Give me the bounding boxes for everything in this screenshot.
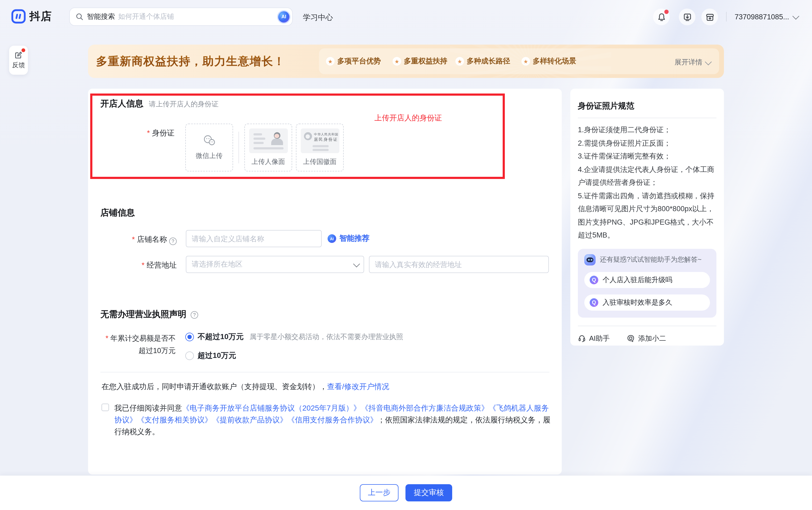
account-menu[interactable]: 737098871085... bbox=[735, 13, 798, 21]
edit-icon bbox=[14, 51, 23, 59]
ai-suggest-label: 智能推荐 bbox=[339, 234, 369, 244]
agreement-link[interactable]: 《电子商务开放平台店铺服务协议（2025年7月版）》 bbox=[182, 404, 361, 412]
upload-id-front-box[interactable]: 上传人像面 bbox=[244, 123, 292, 171]
star-icon: ★ bbox=[521, 57, 530, 65]
badge-label: 多项平台优势 bbox=[337, 56, 381, 66]
add-store-button[interactable] bbox=[701, 8, 718, 25]
guidelines-divider bbox=[578, 118, 716, 118]
shop-section-title: 店铺信息 bbox=[100, 207, 135, 219]
header-divider bbox=[726, 12, 727, 22]
address-input[interactable] bbox=[369, 256, 549, 273]
help-icon[interactable]: ? bbox=[191, 311, 198, 318]
banner-title: 多重新商权益扶持，助力生意增长！ bbox=[96, 54, 285, 69]
radio-option-over-100k[interactable]: 超过10万元 bbox=[185, 351, 236, 361]
guideline-rule: 4.企业请提供法定代表人身份证，个体工商户请提供经营者身份证； bbox=[578, 163, 716, 190]
brand-name: 抖店 bbox=[30, 9, 52, 24]
wechat-upload-box[interactable]: 微信上传 bbox=[185, 123, 233, 171]
notification-bell-button[interactable] bbox=[653, 8, 670, 25]
download-app-button[interactable] bbox=[679, 8, 695, 25]
guideline-rule: 2.需提供身份证照片正反面； bbox=[578, 137, 716, 150]
robot-icon bbox=[584, 254, 596, 265]
shop-name-label: 店铺名称? bbox=[88, 235, 177, 245]
brand-logo[interactable]: 抖店 bbox=[11, 9, 52, 24]
upload-divider bbox=[238, 132, 239, 163]
badge-label: 多样转化场景 bbox=[533, 56, 576, 66]
banner-badge-2: ★ 多重权益扶持 bbox=[393, 56, 447, 66]
learning-center-link[interactable]: 学习中心 bbox=[303, 13, 333, 23]
agreement-link[interactable]: 《支付服务相关协议》 bbox=[137, 416, 212, 424]
id-back-line1: 中华人民共和国 bbox=[314, 132, 338, 137]
question-icon: Q bbox=[590, 276, 598, 284]
top-header: 抖店 智能搜索 如何开通个体店铺 AI 学习中心 bbox=[0, 0, 812, 34]
headset-icon bbox=[578, 334, 586, 342]
ai-suggest-button[interactable]: AI 智能推荐 bbox=[328, 234, 369, 244]
view-account-link[interactable]: 查看/修改开户情况 bbox=[327, 382, 389, 391]
wechat-upload-label: 微信上传 bbox=[196, 151, 222, 161]
turnover-question-line2: 超过10万元 bbox=[88, 346, 176, 356]
smart-assistant-panel: 还有疑惑?试试智能助手为您解答~ Q 个人店入驻后能升级吗 Q 入驻审核时效率是… bbox=[578, 249, 716, 317]
chevron-down-icon bbox=[793, 12, 800, 19]
feedback-badge bbox=[22, 48, 25, 52]
bell-icon bbox=[657, 12, 666, 22]
feedback-label: 反馈 bbox=[12, 60, 25, 69]
agreement-link[interactable]: 《提前收款产品协议》 bbox=[212, 416, 287, 424]
agreement-link[interactable]: 《信用支付服务合作协议》 bbox=[287, 416, 378, 424]
user-id: 737098871085... bbox=[735, 13, 789, 21]
assistant-prompt: 还有疑惑?试试智能助手为您解答~ bbox=[600, 255, 702, 264]
option1-note: 属于零星小额交易活动，依法不需要办理营业执照 bbox=[249, 332, 403, 342]
agreement-link[interactable]: 《抖音电商外部合作方廉洁合规政策》 bbox=[361, 404, 489, 412]
add-agent-button[interactable]: 添加小二 bbox=[627, 334, 666, 343]
assistant-question-2[interactable]: Q 入驻审核时效率是多久 bbox=[584, 294, 710, 310]
banner-badge-4: ★ 多样转化场景 bbox=[521, 56, 576, 66]
assistant-question-1[interactable]: Q 个人店入驻后能升级吗 bbox=[584, 272, 710, 288]
radio-selected-icon bbox=[185, 333, 194, 341]
guideline-rule: 3.证件需保证清晰完整有效； bbox=[578, 150, 716, 163]
search-placeholder: 如何开通个体店铺 bbox=[118, 12, 278, 22]
badge-label: 多重权益扶持 bbox=[404, 56, 447, 66]
shop-name-input[interactable] bbox=[186, 230, 322, 247]
wechat-icon bbox=[202, 134, 216, 147]
agent-chat-icon bbox=[627, 334, 635, 342]
expand-details-button[interactable]: 展开详情 bbox=[674, 57, 710, 67]
star-icon: ★ bbox=[455, 57, 464, 65]
address-label: 经营地址 bbox=[88, 261, 177, 270]
badge-label: 多种成长路径 bbox=[467, 56, 510, 66]
upload-id-back-box[interactable]: 中华人民共和国 居民身份证 上传国徽面 bbox=[296, 123, 344, 171]
agreement-checkbox[interactable] bbox=[101, 404, 109, 411]
radio-option-under-100k[interactable]: 不超过10万元 属于零星小额交易活动，依法不需要办理营业执照 bbox=[185, 332, 403, 342]
radio-unselected-icon bbox=[185, 351, 194, 360]
doudian-logo-icon bbox=[11, 9, 26, 24]
feedback-button[interactable]: 反馈 bbox=[9, 46, 28, 75]
download-icon bbox=[682, 12, 692, 22]
region-select[interactable]: 请选择所在地区 bbox=[186, 256, 364, 273]
highlight-annotation: 上传开店人的身份证 bbox=[374, 113, 442, 123]
previous-step-button[interactable]: 上一步 bbox=[360, 484, 398, 502]
banner-badge-3: ★ 多种成长路径 bbox=[455, 56, 510, 66]
star-icon: ★ bbox=[393, 57, 401, 65]
agreement-text: 我已仔细阅读并同意《电子商务开放平台店铺服务协议（2025年7月版）》《抖音电商… bbox=[114, 402, 551, 437]
notification-badge bbox=[664, 10, 669, 14]
page: 抖店 智能搜索 如何开通个体店铺 AI 学习中心 bbox=[0, 0, 812, 510]
guideline-rule: 5.证件需露出四角，请勿遮挡或模糊，保持信息清晰可见图片尺寸为800*800px… bbox=[578, 190, 716, 242]
submit-review-button[interactable]: 提交审核 bbox=[405, 484, 452, 502]
search-mode-label: 智能搜索 bbox=[87, 12, 115, 22]
id-back-line2: 居民身份证 bbox=[314, 137, 338, 142]
turnover-question-line1: 年累计交易额是否不 bbox=[88, 334, 176, 343]
owner-section-title: 开店人信息 bbox=[100, 98, 143, 110]
license-section-title: 无需办理营业执照声明 bbox=[100, 309, 186, 320]
search-ai-icon[interactable]: AI bbox=[278, 11, 290, 22]
search-input[interactable]: 智能搜索 如何开通个体店铺 AI bbox=[69, 7, 293, 26]
help-icon[interactable]: ? bbox=[169, 237, 177, 245]
guidelines-title: 身份证照片规范 bbox=[578, 101, 716, 111]
search-icon bbox=[76, 13, 83, 21]
option2-label: 超过10万元 bbox=[198, 351, 236, 361]
ai-helper-button[interactable]: AI助手 bbox=[578, 334, 610, 343]
id-front-preview bbox=[249, 129, 288, 153]
section-divider bbox=[100, 372, 549, 372]
ai-icon: AI bbox=[328, 234, 336, 243]
star-icon: ★ bbox=[326, 57, 335, 65]
upload-back-label: 上传国徽面 bbox=[303, 158, 337, 167]
onboarding-form-card: 开店人信息 请上传开店人的身份证 身份证 微信上传 bbox=[88, 89, 562, 475]
expand-label: 展开详情 bbox=[674, 57, 702, 67]
guideline-rule: 1.身份证须使用二代身份证； bbox=[578, 123, 716, 137]
